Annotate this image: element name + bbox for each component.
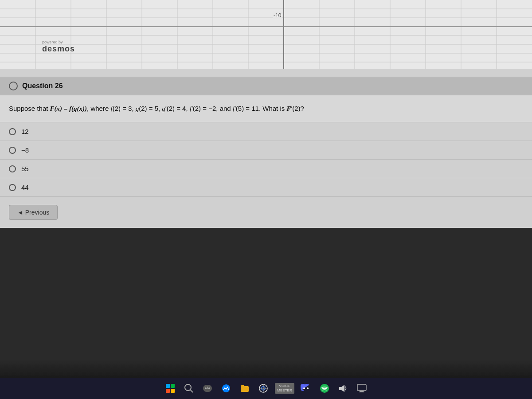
radio-b[interactable] — [9, 147, 16, 154]
taskbar-sound-icon[interactable] — [336, 381, 350, 395]
voice-label: VOICE — [277, 384, 292, 388]
graph-svg — [0, 0, 532, 69]
taskbar-spotify-icon[interactable] — [317, 381, 332, 395]
desmos-logo: desmos — [42, 44, 75, 53]
previous-button-label: ◄ Previous — [17, 209, 49, 216]
taskbar-messenger-icon[interactable] — [219, 381, 233, 395]
browser-icon — [258, 383, 268, 393]
svg-point-23 — [185, 384, 191, 391]
main-content: Question 26 Suppose that F(x) = f(g(x)),… — [0, 69, 532, 228]
question-conditions: , where f(2) = 3, g(2) = 5, g′(2) = 4, f… — [87, 105, 304, 112]
graph-area: -10 powered by desmos — [0, 0, 532, 69]
svg-marker-39 — [341, 385, 344, 392]
svg-rect-41 — [360, 391, 364, 391]
gaming-icon — [202, 383, 213, 394]
monitor-icon — [357, 383, 367, 393]
choice-d-label: 44 — [21, 184, 29, 191]
question-number: Question 26 — [22, 82, 63, 90]
choice-c[interactable]: 55 — [0, 160, 532, 178]
folder-icon — [240, 383, 250, 393]
speaker-icon — [339, 384, 348, 393]
taskbar-files-icon[interactable] — [238, 381, 252, 395]
svg-rect-29 — [206, 388, 208, 389]
answer-choices: 12 −8 55 44 — [0, 122, 532, 197]
svg-point-30 — [222, 384, 230, 392]
svg-point-27 — [208, 387, 210, 389]
svg-point-35 — [303, 387, 305, 389]
choice-b-label: −8 — [21, 146, 29, 154]
taskbar-discord-icon[interactable] — [299, 381, 313, 395]
spotify-icon — [320, 383, 329, 393]
monitor-gradient — [0, 360, 532, 378]
question-body: Suppose that F(x) = f(g(x)), where f(2) … — [0, 95, 532, 122]
taskbar-search-button[interactable] — [182, 381, 196, 395]
graph-label-minus10: -10 — [273, 12, 282, 19]
taskbar-browser-icon[interactable] — [256, 381, 270, 395]
svg-rect-42 — [359, 391, 364, 392]
radio-c[interactable] — [9, 165, 16, 172]
choice-d[interactable]: 44 — [0, 178, 532, 197]
discord-icon — [301, 383, 311, 394]
nav-area: ◄ Previous — [0, 197, 532, 228]
choice-c-label: 55 — [21, 165, 29, 172]
question-formula-main: F(x) = f(g(x)) — [50, 105, 87, 112]
svg-line-24 — [190, 390, 193, 392]
radio-a[interactable] — [9, 128, 16, 135]
choice-b[interactable]: −8 — [0, 141, 532, 160]
question-intro: Suppose that — [9, 105, 50, 112]
taskbar-windows-icon[interactable] — [163, 381, 177, 395]
question-circle-icon — [9, 82, 18, 90]
previous-button[interactable]: ◄ Previous — [9, 205, 58, 220]
taskbar-voice-meter[interactable]: VOICE MEETER — [275, 383, 294, 394]
search-icon — [184, 383, 194, 393]
choice-a-label: 12 — [21, 128, 29, 135]
desmos-branding: powered by desmos — [42, 40, 75, 54]
taskbar-app-icon[interactable] — [355, 381, 369, 395]
meeter-label: MEETER — [277, 388, 292, 393]
windows-logo-icon — [166, 384, 175, 393]
choice-a[interactable]: 12 — [0, 122, 532, 141]
taskbar: VOICE MEETER — [0, 378, 532, 399]
svg-rect-38 — [339, 387, 341, 390]
radio-d[interactable] — [9, 184, 16, 191]
question-header: Question 26 — [0, 77, 532, 95]
desmos-powered-label: powered by — [42, 40, 75, 44]
svg-rect-40 — [357, 384, 366, 391]
messenger-icon — [221, 383, 231, 393]
voice-meter-badge: VOICE MEETER — [275, 383, 294, 394]
svg-point-36 — [307, 387, 309, 389]
taskbar-gaming-icon[interactable] — [200, 381, 215, 395]
